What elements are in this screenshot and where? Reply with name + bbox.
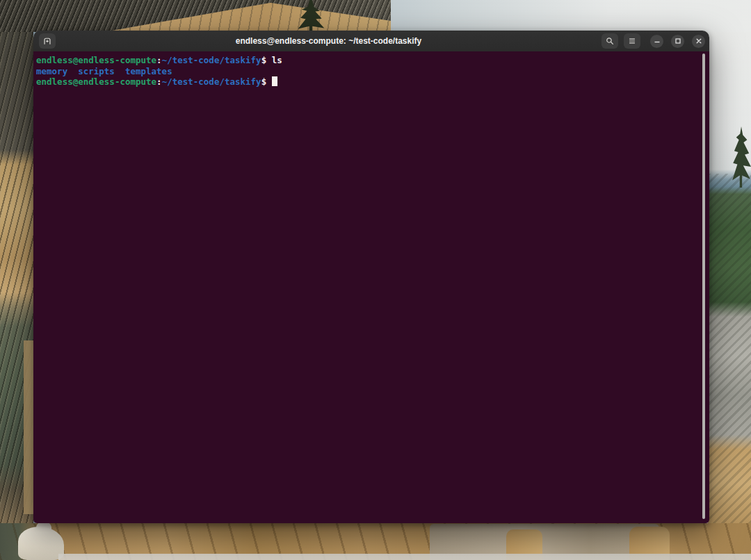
typed-command: ls (272, 55, 282, 65)
prompt-separator: : (156, 55, 162, 65)
prompt-path: ~/test-code/taskify (162, 76, 261, 87)
directory-entry: templates (125, 66, 172, 76)
hamburger-menu-icon (627, 36, 637, 46)
minimize-button[interactable] (650, 35, 663, 48)
terminal-cursor (272, 76, 277, 86)
directory-entry: scripts (78, 66, 115, 76)
terminal-line-prompt-ls: endless@endless-compute:~/test-code/task… (36, 55, 709, 66)
wallpaper-right-texture (708, 174, 751, 523)
prompt-symbol: $ (261, 76, 267, 87)
search-button[interactable] (601, 33, 618, 49)
close-icon (695, 37, 703, 45)
new-tab-icon (42, 36, 52, 46)
scrollbar-thumb[interactable] (702, 53, 705, 519)
terminal-line-ls-output: memoryscriptstemplates (36, 66, 709, 77)
maximize-button[interactable] (671, 35, 684, 48)
terminal-content[interactable]: endless@endless-compute:~/test-code/task… (33, 51, 709, 523)
wallpaper-left-post (24, 340, 33, 514)
close-button[interactable] (692, 35, 705, 48)
wallpaper-floor-strip (58, 554, 751, 560)
prompt-path: ~/test-code/taskify (162, 55, 261, 65)
search-icon (605, 36, 615, 46)
minimize-icon (653, 37, 661, 45)
maximize-icon (674, 37, 682, 45)
headerbar[interactable]: endless@endless-compute: ~/test-code/tas… (33, 31, 709, 52)
window-title: endless@endless-compute: ~/test-code/tas… (56, 36, 601, 46)
new-tab-button[interactable] (39, 33, 56, 49)
prompt-symbol: $ (261, 55, 267, 65)
prompt-separator: : (156, 76, 162, 87)
prompt-user-host: endless@endless-compute (36, 76, 156, 87)
directory-entry: memory (36, 66, 67, 76)
terminal-window: endless@endless-compute: ~/test-code/tas… (33, 31, 709, 523)
prompt-user-host: endless@endless-compute (36, 55, 156, 65)
terminal-line-current-prompt: endless@endless-compute:~/test-code/task… (36, 76, 709, 88)
menu-button[interactable] (624, 33, 640, 49)
